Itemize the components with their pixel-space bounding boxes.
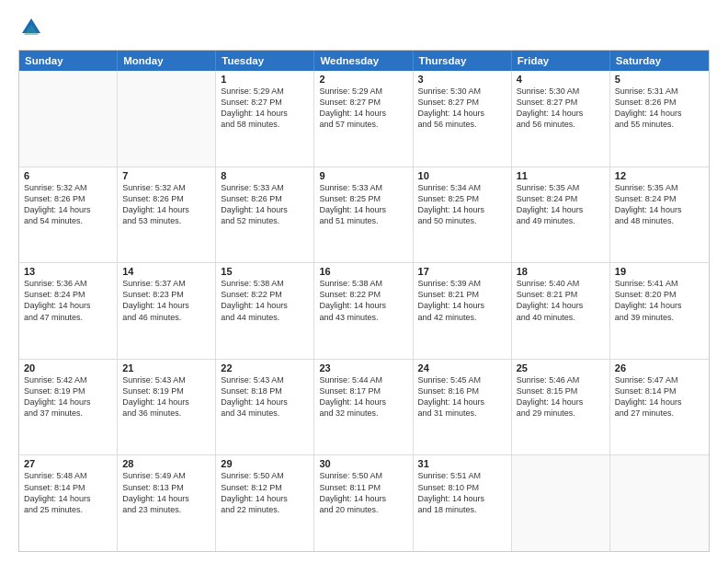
calendar-header: SundayMondayTuesdayWednesdayThursdayFrid… — [19, 51, 709, 71]
line4: and 43 minutes. — [319, 312, 407, 323]
line3: Daylight: 14 hours — [615, 396, 704, 408]
calendar-row-5: 27Sunrise: 5:48 AMSunset: 8:14 PMDayligh… — [19, 454, 709, 551]
line3: Daylight: 14 hours — [122, 300, 210, 311]
day-cell-5: 5Sunrise: 5:31 AMSunset: 8:26 PMDaylight… — [610, 71, 709, 167]
line1: Sunrise: 5:45 AM — [418, 374, 506, 385]
line4: and 55 minutes. — [615, 119, 704, 130]
line1: Sunrise: 5:46 AM — [517, 374, 605, 385]
line3: Daylight: 14 hours — [517, 396, 605, 408]
day-number: 2 — [319, 74, 407, 85]
line2: Sunset: 8:13 PM — [122, 482, 210, 493]
line4: and 29 minutes. — [517, 408, 605, 419]
day-cell-9: 9Sunrise: 5:33 AMSunset: 8:25 PMDaylight… — [314, 167, 413, 263]
line4: and 57 minutes. — [319, 119, 407, 130]
header-day-wednesday: Wednesday — [314, 51, 413, 71]
day-number: 11 — [517, 170, 605, 181]
calendar-row-1: 1Sunrise: 5:29 AMSunset: 8:27 PMDaylight… — [19, 71, 709, 167]
logo-icon — [18, 15, 44, 40]
day-cell-17: 17Sunrise: 5:39 AMSunset: 8:21 PMDayligh… — [414, 263, 512, 359]
day-cell-28: 28Sunrise: 5:49 AMSunset: 8:13 PMDayligh… — [118, 455, 216, 551]
day-number: 14 — [122, 266, 210, 277]
day-cell-13: 13Sunrise: 5:36 AMSunset: 8:24 PMDayligh… — [19, 263, 118, 359]
day-number: 4 — [517, 74, 605, 85]
line3: Daylight: 14 hours — [319, 204, 407, 215]
day-number: 19 — [615, 266, 704, 277]
line1: Sunrise: 5:31 AM — [615, 86, 704, 97]
header-day-saturday: Saturday — [610, 51, 709, 71]
header — [18, 15, 710, 40]
line3: Daylight: 14 hours — [221, 396, 309, 408]
line3: Daylight: 14 hours — [418, 108, 506, 119]
line4: and 56 minutes. — [418, 119, 506, 130]
day-cell-12: 12Sunrise: 5:35 AMSunset: 8:24 PMDayligh… — [610, 167, 709, 263]
header-day-monday: Monday — [118, 51, 216, 71]
line2: Sunset: 8:27 PM — [517, 97, 605, 108]
day-cell-4: 4Sunrise: 5:30 AMSunset: 8:27 PMDaylight… — [512, 71, 610, 167]
day-number: 9 — [319, 170, 407, 181]
line2: Sunset: 8:21 PM — [517, 289, 605, 300]
empty-cell — [512, 455, 610, 551]
line4: and 32 minutes. — [319, 408, 407, 419]
line2: Sunset: 8:23 PM — [122, 289, 210, 300]
line2: Sunset: 8:24 PM — [24, 289, 112, 300]
day-cell-22: 22Sunrise: 5:43 AMSunset: 8:18 PMDayligh… — [216, 360, 314, 455]
line1: Sunrise: 5:43 AM — [122, 374, 210, 385]
line4: and 27 minutes. — [615, 408, 704, 419]
day-number: 23 — [319, 362, 407, 373]
line1: Sunrise: 5:35 AM — [615, 182, 704, 193]
line1: Sunrise: 5:30 AM — [517, 86, 605, 97]
line1: Sunrise: 5:38 AM — [319, 278, 407, 289]
line1: Sunrise: 5:33 AM — [221, 182, 309, 193]
day-cell-11: 11Sunrise: 5:35 AMSunset: 8:24 PMDayligh… — [512, 167, 610, 263]
line3: Daylight: 14 hours — [517, 108, 605, 119]
line2: Sunset: 8:27 PM — [221, 97, 309, 108]
header-day-tuesday: Tuesday — [216, 51, 314, 71]
day-number: 6 — [24, 170, 112, 181]
header-day-friday: Friday — [512, 51, 610, 71]
line3: Daylight: 14 hours — [24, 396, 112, 408]
line3: Daylight: 14 hours — [122, 493, 210, 504]
page: SundayMondayTuesdayWednesdayThursdayFrid… — [0, 0, 728, 563]
day-number: 24 — [418, 362, 506, 373]
line4: and 22 minutes. — [221, 504, 309, 515]
line4: and 36 minutes. — [122, 408, 210, 419]
day-number: 25 — [517, 362, 605, 373]
line4: and 46 minutes. — [122, 312, 210, 323]
line4: and 52 minutes. — [221, 215, 309, 226]
day-number: 31 — [418, 458, 506, 469]
line4: and 49 minutes. — [517, 215, 605, 226]
day-cell-16: 16Sunrise: 5:38 AMSunset: 8:22 PMDayligh… — [314, 263, 413, 359]
line4: and 20 minutes. — [319, 504, 407, 515]
day-cell-25: 25Sunrise: 5:46 AMSunset: 8:15 PMDayligh… — [512, 360, 610, 455]
line2: Sunset: 8:27 PM — [319, 97, 407, 108]
day-number: 26 — [615, 362, 704, 373]
line3: Daylight: 14 hours — [418, 204, 506, 215]
line1: Sunrise: 5:34 AM — [418, 182, 506, 193]
line3: Daylight: 14 hours — [615, 300, 704, 311]
line1: Sunrise: 5:40 AM — [517, 278, 605, 289]
day-number: 22 — [221, 362, 309, 373]
line2: Sunset: 8:15 PM — [517, 385, 605, 396]
line3: Daylight: 14 hours — [517, 204, 605, 215]
line1: Sunrise: 5:38 AM — [221, 278, 309, 289]
line4: and 37 minutes. — [24, 408, 112, 419]
line2: Sunset: 8:11 PM — [319, 482, 407, 493]
line2: Sunset: 8:14 PM — [24, 482, 112, 493]
day-number: 28 — [122, 458, 210, 469]
line1: Sunrise: 5:30 AM — [418, 86, 506, 97]
day-cell-6: 6Sunrise: 5:32 AMSunset: 8:26 PMDaylight… — [19, 167, 118, 263]
line2: Sunset: 8:22 PM — [319, 289, 407, 300]
line3: Daylight: 14 hours — [615, 204, 704, 215]
line3: Daylight: 14 hours — [418, 493, 506, 504]
day-cell-21: 21Sunrise: 5:43 AMSunset: 8:19 PMDayligh… — [118, 360, 216, 455]
line3: Daylight: 14 hours — [418, 300, 506, 311]
day-number: 17 — [418, 266, 506, 277]
line1: Sunrise: 5:51 AM — [418, 470, 506, 481]
day-cell-26: 26Sunrise: 5:47 AMSunset: 8:14 PMDayligh… — [610, 360, 709, 455]
line3: Daylight: 14 hours — [221, 108, 309, 119]
line3: Daylight: 14 hours — [122, 204, 210, 215]
day-cell-10: 10Sunrise: 5:34 AMSunset: 8:25 PMDayligh… — [414, 167, 512, 263]
day-cell-14: 14Sunrise: 5:37 AMSunset: 8:23 PMDayligh… — [118, 263, 216, 359]
line2: Sunset: 8:19 PM — [24, 385, 112, 396]
line4: and 53 minutes. — [122, 215, 210, 226]
